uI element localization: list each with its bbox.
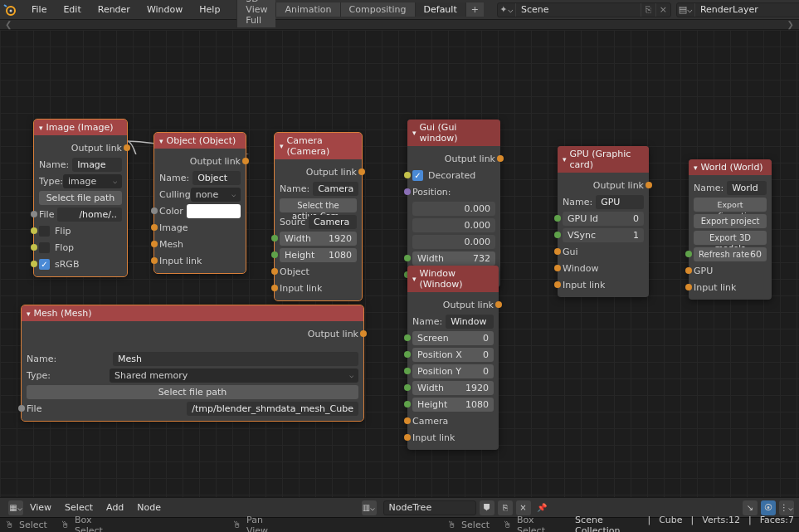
mouse-icon: 🖱 xyxy=(503,520,512,530)
export-project-button[interactable]: Export project xyxy=(694,214,767,228)
menu-help[interactable]: Help xyxy=(191,2,228,17)
close-icon[interactable]: × xyxy=(516,500,531,515)
type-select[interactable]: image xyxy=(63,174,122,188)
name-input[interactable]: Window xyxy=(446,315,494,329)
node-image[interactable]: ▾Image (Image) Output link Name:Image Ty… xyxy=(34,120,127,276)
width-stepper[interactable]: Width1920 xyxy=(412,381,494,395)
refresh-stepper[interactable]: Refresh rate60 xyxy=(694,247,767,261)
arrow-icon[interactable]: ↘ xyxy=(743,500,758,515)
file-input[interactable]: /tmp/blender_shmdata_mesh_Cube xyxy=(187,402,358,416)
node-mesh[interactable]: ▾Mesh (Mesh) Output link Name:Mesh Type:… xyxy=(22,305,363,421)
workspace-tab-add[interactable]: + xyxy=(465,2,484,17)
tree-type-icon[interactable]: ▥⌵ xyxy=(362,500,377,515)
node-header[interactable]: ▾Window (Window) xyxy=(407,266,499,292)
node-world[interactable]: ▾World (World) Name:World Export configu… xyxy=(689,159,772,300)
pos1[interactable]: 0.000 xyxy=(412,218,495,232)
width-stepper[interactable]: Width1920 xyxy=(280,232,357,246)
menu-render[interactable]: Render xyxy=(90,2,139,17)
node-header[interactable]: ▾Object (Object) xyxy=(154,133,246,149)
pos2[interactable]: 0.000 xyxy=(412,235,495,249)
height-stepper[interactable]: Height1080 xyxy=(280,248,357,262)
node-window[interactable]: ▾Window (Window) Output link Name:Window… xyxy=(407,266,499,450)
more-icon[interactable]: ⋮⌵ xyxy=(779,500,794,515)
snap-icon[interactable]: ⦿ xyxy=(761,500,776,515)
name-input[interactable]: Camera xyxy=(313,182,358,196)
posx-stepper[interactable]: Position X0 xyxy=(412,348,494,362)
footer-select[interactable]: Select xyxy=(58,500,100,515)
color-swatch[interactable] xyxy=(187,204,241,218)
footer-node[interactable]: Node xyxy=(130,500,168,515)
menu-bar: File Edit Render Window Help 3D View Ful… xyxy=(0,0,799,20)
copy-icon[interactable]: ⎘ xyxy=(498,500,513,515)
posy-stepper[interactable]: Position Y0 xyxy=(412,364,494,378)
workspace-tab-compositing[interactable]: Compositing xyxy=(340,2,415,17)
app-logo-icon xyxy=(3,2,17,17)
chevron-left-icon[interactable]: ❮ xyxy=(5,20,12,29)
node-header[interactable]: ▾Image (Image) xyxy=(34,120,127,135)
renderlayer-selector[interactable]: ▤⌵ RenderLayer ⎘ × xyxy=(676,2,799,17)
node-canvas[interactable]: ▾Image (Image) Output link Name:Image Ty… xyxy=(0,30,799,497)
node-gpu[interactable]: ▾GPU (Graphic card) Output link Name:GPU… xyxy=(558,146,649,297)
scene-name: Scene xyxy=(516,4,641,15)
vsync-stepper[interactable]: VSync1 xyxy=(563,228,644,242)
width-stepper[interactable]: Width732 xyxy=(412,251,495,266)
srgb-checkbox[interactable] xyxy=(39,259,50,270)
shield-icon[interactable]: ⛊ xyxy=(480,500,495,515)
workspace-tab-animation[interactable]: Animation xyxy=(275,2,339,17)
scene-icon: ✦⌵ xyxy=(498,3,516,17)
mouse-icon: 🖱 xyxy=(447,520,456,530)
mouse-icon: 🖱 xyxy=(232,520,241,530)
culling-select[interactable]: none xyxy=(191,188,241,202)
nodetree-field[interactable]: NodeTree xyxy=(383,500,476,515)
select-path-button[interactable]: Select file path xyxy=(39,191,122,205)
export-3d-button[interactable]: Export 3D models xyxy=(694,231,767,245)
node-header[interactable]: ▾Mesh (Mesh) xyxy=(22,305,363,321)
gpuid-stepper[interactable]: GPU Id0 xyxy=(563,212,644,226)
node-header[interactable]: ▾World (World) xyxy=(689,159,772,175)
node-header[interactable]: ▾Camera (Camera) xyxy=(275,133,362,159)
menu-edit[interactable]: Edit xyxy=(55,2,89,17)
mouse-icon: 🖱 xyxy=(61,520,70,530)
name-input[interactable]: Image xyxy=(72,158,122,172)
out-label: Output link xyxy=(71,143,122,154)
source-input[interactable]: Camera xyxy=(309,215,357,229)
scene-stats: Scene Collection| Cube| Verts:12| Faces:… xyxy=(575,515,794,533)
status-bar: 🖱Select 🖱Box Select 🖱Pan View 🖱Select 🖱B… xyxy=(0,517,799,532)
editor-type-icon[interactable]: ▦⌵ xyxy=(8,500,23,515)
menu-file[interactable]: File xyxy=(23,2,55,17)
scene-remove-icon[interactable]: × xyxy=(655,3,670,17)
name-input[interactable]: Object xyxy=(192,171,241,185)
footer-add[interactable]: Add xyxy=(100,500,130,515)
type-select[interactable]: Shared memory xyxy=(110,368,358,383)
pos0[interactable]: 0.000 xyxy=(412,202,495,216)
renderlayer-name: RenderLayer xyxy=(695,4,799,15)
name-input[interactable]: Mesh xyxy=(113,352,358,366)
name-input[interactable]: World xyxy=(727,181,767,195)
workspace-tab-default[interactable]: Default xyxy=(415,2,465,17)
file-input[interactable]: /home/.. xyxy=(57,207,122,222)
name-input[interactable]: GPU xyxy=(596,195,644,209)
sub-header: ❮ ❯ xyxy=(0,20,799,30)
node-header[interactable]: ▾GPU (Graphic card) xyxy=(558,146,649,173)
node-camera[interactable]: ▾Camera (Camera) Output link Name:Camera… xyxy=(275,133,362,300)
export-config-button[interactable]: Export configuration xyxy=(694,198,767,212)
screen-stepper[interactable]: Screen0 xyxy=(412,331,494,345)
footer-view[interactable]: View xyxy=(23,500,58,515)
select-path-button[interactable]: Select file path xyxy=(27,385,358,399)
node-object[interactable]: ▾Object (Object) Output link Name:Object… xyxy=(154,133,246,273)
menu-window[interactable]: Window xyxy=(139,2,191,17)
chevron-right-icon[interactable]: ❯ xyxy=(787,20,794,29)
flop-checkbox[interactable] xyxy=(39,242,50,253)
select-camera-button[interactable]: Select the active Cam.. xyxy=(280,198,357,212)
pin-icon[interactable]: 📌 xyxy=(534,500,549,515)
flip-checkbox[interactable] xyxy=(39,226,50,237)
scene-selector[interactable]: ✦⌵ Scene ⎘ × xyxy=(497,2,671,17)
height-stepper[interactable]: Height1080 xyxy=(412,398,494,412)
workspace-tab-3dview[interactable]: 3D View Full xyxy=(236,0,275,27)
scene-add-icon[interactable]: ⎘ xyxy=(641,3,655,17)
svg-point-1 xyxy=(10,9,12,12)
node-gui[interactable]: ▾Gui (Gui window) Output link Decorated … xyxy=(407,120,500,287)
decorated-checkbox[interactable] xyxy=(412,170,423,181)
node-header[interactable]: ▾Gui (Gui window) xyxy=(407,120,500,146)
renderlayer-icon: ▤⌵ xyxy=(677,3,695,17)
